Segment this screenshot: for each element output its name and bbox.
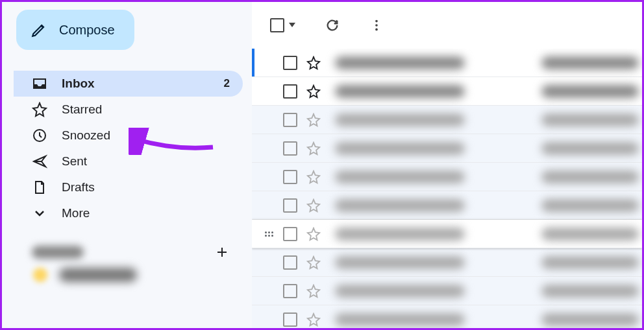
sidebar-item-inbox[interactable]: Inbox 2 — [14, 71, 243, 97]
email-subject — [541, 313, 639, 326]
toolbar — [252, 2, 642, 49]
star-toggle[interactable] — [306, 198, 321, 213]
svg-point-3 — [375, 28, 378, 30]
email-sender — [335, 56, 465, 69]
email-row[interactable] — [252, 277, 642, 305]
email-subject — [541, 285, 639, 298]
row-checkbox[interactable] — [283, 312, 297, 327]
email-row[interactable] — [252, 191, 642, 220]
email-sender — [335, 113, 465, 126]
email-sender — [335, 199, 465, 212]
star-toggle[interactable] — [306, 312, 321, 327]
star-toggle[interactable] — [306, 141, 321, 156]
row-checkbox[interactable] — [283, 284, 297, 298]
main-pane — [252, 2, 642, 328]
email-subject — [541, 113, 639, 126]
send-icon — [32, 154, 47, 169]
email-subject — [541, 56, 639, 69]
email-row[interactable] — [252, 220, 642, 248]
sidebar-item-starred[interactable]: Starred — [14, 97, 243, 123]
labels-heading — [32, 246, 84, 259]
row-checkbox[interactable] — [283, 198, 297, 213]
label-row[interactable] — [14, 260, 252, 282]
row-checkbox[interactable] — [283, 113, 297, 127]
star-toggle[interactable] — [306, 170, 321, 184]
email-subject — [541, 256, 639, 269]
star-toggle[interactable] — [306, 113, 321, 127]
svg-point-1 — [375, 19, 378, 22]
email-subject — [541, 199, 639, 212]
dropdown-caret-icon — [289, 23, 295, 27]
email-sender — [335, 285, 465, 298]
sidebar-item-label: Inbox — [62, 77, 210, 91]
row-checkbox[interactable] — [283, 141, 297, 156]
refresh-button[interactable] — [325, 18, 340, 32]
email-row[interactable] — [252, 49, 642, 77]
nav-list: Inbox 2 Starred Snoozed Sent Drafts — [14, 71, 252, 226]
email-sender — [335, 256, 465, 269]
drag-handle-icon[interactable] — [264, 231, 274, 237]
email-sender — [335, 142, 465, 155]
star-toggle[interactable] — [306, 227, 321, 241]
star-toggle[interactable] — [306, 284, 321, 298]
email-row[interactable] — [252, 248, 642, 277]
sidebar-item-label: Snoozed — [62, 128, 230, 143]
sidebar-item-label: Drafts — [62, 180, 230, 194]
email-subject — [541, 228, 639, 241]
chevron-down-icon — [32, 206, 47, 221]
email-subject — [541, 85, 639, 98]
email-sender — [335, 85, 465, 98]
row-checkbox[interactable] — [283, 227, 297, 241]
email-sender — [335, 313, 465, 326]
sidebar-item-more[interactable]: More — [14, 200, 243, 226]
star-toggle[interactable] — [306, 56, 321, 70]
star-icon — [32, 102, 47, 117]
svg-point-2 — [375, 24, 378, 27]
inbox-icon — [32, 76, 47, 91]
pencil-icon — [31, 21, 47, 38]
star-toggle[interactable] — [306, 84, 321, 99]
sidebar-item-label: Starred — [62, 102, 230, 117]
sidebar-item-label: More — [62, 206, 230, 220]
sidebar-item-sent[interactable]: Sent — [14, 148, 243, 174]
sidebar: Compose Inbox 2 Starred Snoozed Sent — [2, 2, 252, 328]
row-checkbox[interactable] — [283, 170, 297, 184]
compose-button[interactable]: Compose — [16, 10, 134, 50]
add-label-button[interactable] — [214, 244, 230, 260]
email-row[interactable] — [252, 77, 642, 106]
email-list — [252, 49, 642, 328]
file-icon — [32, 180, 47, 195]
inbox-count: 2 — [224, 77, 230, 90]
compose-label: Compose — [59, 23, 115, 38]
row-checkbox[interactable] — [283, 255, 297, 270]
row-checkbox[interactable] — [283, 56, 297, 70]
email-row[interactable] — [252, 106, 642, 134]
select-all-checkbox[interactable] — [270, 18, 295, 32]
sidebar-item-drafts[interactable]: Drafts — [14, 174, 243, 200]
sidebar-item-label: Sent — [62, 154, 230, 169]
email-row[interactable] — [252, 305, 642, 328]
star-toggle[interactable] — [306, 255, 321, 270]
label-color-dot — [33, 268, 47, 282]
row-checkbox[interactable] — [283, 84, 297, 99]
email-row[interactable] — [252, 134, 642, 163]
sidebar-item-snoozed[interactable]: Snoozed — [14, 123, 243, 148]
labels-section — [14, 244, 252, 260]
email-sender — [335, 228, 465, 241]
email-subject — [541, 171, 639, 183]
more-menu-button[interactable] — [369, 18, 384, 32]
email-subject — [541, 142, 639, 155]
checkbox-icon — [270, 18, 284, 32]
label-name — [59, 268, 137, 282]
clock-icon — [32, 128, 47, 143]
email-row[interactable] — [252, 163, 642, 191]
email-sender — [335, 171, 465, 183]
